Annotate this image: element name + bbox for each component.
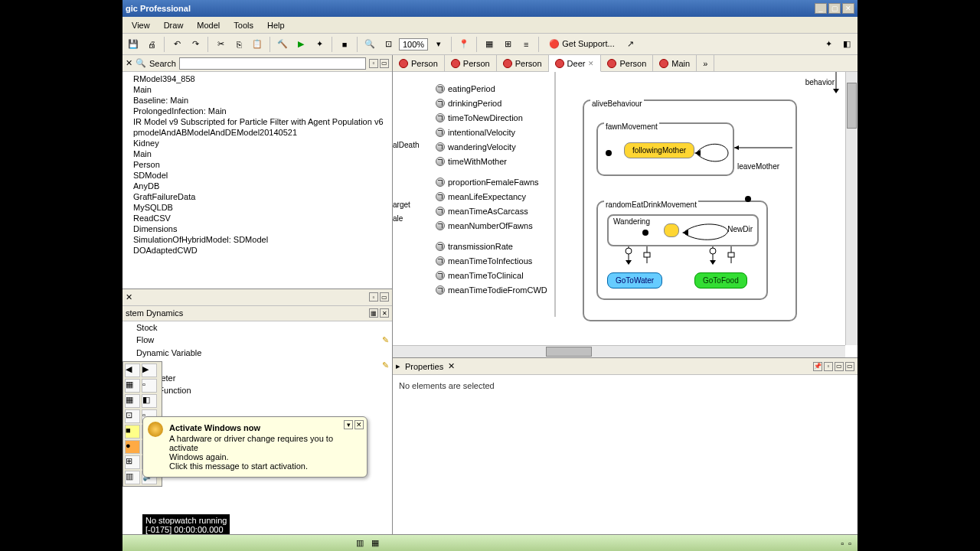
search-close-icon[interactable]: ✕ <box>126 58 132 68</box>
tree-item[interactable]: DOAdaptedCWD <box>124 245 390 256</box>
vtool-icon[interactable]: ▦ <box>125 379 140 393</box>
search-input[interactable] <box>179 57 366 70</box>
parameter[interactable]: meanTimeAsCarcass <box>436 207 528 216</box>
close-tab-icon[interactable]: ✕ <box>588 60 594 67</box>
system-tray[interactable]: ▫ ▫ <box>835 539 858 548</box>
undo-icon[interactable]: ↶ <box>169 37 185 52</box>
tree-item[interactable]: SDModel <box>124 170 390 181</box>
vtool-icon[interactable]: ⊞ <box>125 455 140 469</box>
export-icon[interactable]: ↗ <box>623 37 639 52</box>
editor-tab[interactable]: Person <box>601 55 653 71</box>
parameter[interactable]: timeWithMother <box>436 157 507 166</box>
redo-icon[interactable]: ↷ <box>188 37 203 52</box>
palette-item[interactable]: Link✎ <box>122 359 392 372</box>
pin-icon[interactable]: 📌 <box>813 362 822 371</box>
parameter[interactable]: meanNumberOfFawns <box>436 221 533 230</box>
menu-model[interactable]: Model <box>191 18 226 32</box>
palette-item[interactable]: Table Function <box>122 384 392 396</box>
parameter[interactable]: proportionFemaleFawns <box>436 178 539 187</box>
tree-item[interactable]: Main <box>124 148 390 159</box>
run-config-icon[interactable]: ✦ <box>312 37 327 52</box>
alive-statechart[interactable]: aliveBehaviour fawnMovement followingMot… <box>583 99 797 321</box>
copy-icon[interactable]: ⎘ <box>231 37 247 52</box>
maximize-button[interactable]: ▢ <box>828 3 841 14</box>
parameter[interactable]: wanderingVelocity <box>436 142 516 152</box>
menu-tools[interactable]: Tools <box>227 18 260 32</box>
tab-overflow[interactable]: » <box>697 55 714 71</box>
zoom-region-icon[interactable]: ⊡ <box>381 37 396 52</box>
close-button[interactable]: ✕ <box>842 3 854 14</box>
zoom-dropdown-icon[interactable]: ▾ <box>431 37 446 52</box>
perspective2-icon[interactable]: ◧ <box>839 37 854 52</box>
tree-item[interactable]: RModel394_858 <box>124 73 390 84</box>
close-pane-icon[interactable]: ✕ <box>126 292 132 302</box>
parameter[interactable]: meanTimeTodieFromCWD <box>436 285 547 295</box>
vtool-icon[interactable]: ◀ <box>125 364 140 377</box>
close-tab-icon[interactable]: ✕ <box>448 361 455 371</box>
tree-item[interactable]: GraftFailureData <box>124 191 390 202</box>
fawn-statechart[interactable]: fawnMovement followingMother <box>596 122 734 176</box>
taskbar[interactable]: ▥ ▦ ▫ ▫ <box>122 534 858 551</box>
balloon-close-icon[interactable]: ✕ <box>354 420 364 429</box>
tree-item[interactable]: AnyDB <box>124 181 390 191</box>
stop-icon[interactable]: ■ <box>337 37 352 52</box>
editor-tab[interactable]: Person <box>445 55 497 71</box>
tray-icon[interactable]: ▫ <box>848 539 851 548</box>
horizontal-scrollbar[interactable] <box>393 345 845 357</box>
menu-help[interactable]: Help <box>261 18 291 32</box>
state-gotowater[interactable]: GoToWater <box>607 272 662 289</box>
vtool-icon[interactable]: ▫ <box>142 379 157 393</box>
parameter[interactable]: drinkingPeriod <box>436 99 501 108</box>
vtool-icon[interactable]: ■ <box>125 425 140 439</box>
menu-view[interactable]: View <box>126 18 156 32</box>
pane-restore-icon[interactable]: ▭ <box>835 362 844 371</box>
save-icon[interactable]: 💾 <box>126 37 141 52</box>
zoom-select[interactable]: 100% <box>399 38 428 51</box>
palette-item[interactable]: Flow✎ <box>122 334 392 347</box>
activation-balloon[interactable]: ▾ ✕ Activate Windows now A hardware or d… <box>142 416 368 478</box>
editor-tab[interactable]: Person <box>497 55 549 71</box>
get-support-button[interactable]: 🔴 Get Support... <box>544 37 620 51</box>
palette-item[interactable]: Dynamic Variable <box>122 347 392 359</box>
cut-icon[interactable]: ✂ <box>213 37 228 52</box>
wandering-state[interactable]: Wandering NewDir <box>607 214 759 246</box>
editor-tab[interactable]: Main <box>653 55 697 71</box>
project-tree[interactable]: RModel394_858MainBaseline: MainProlonged… <box>122 72 392 289</box>
vtool-icon[interactable]: ▶ <box>142 364 157 377</box>
pane-max-icon[interactable]: ▭ <box>380 59 389 68</box>
tree-item[interactable]: MySQLDB <box>124 202 390 213</box>
parameter[interactable]: transmissionRate <box>436 242 513 251</box>
vtool-icon[interactable]: ● <box>125 440 140 454</box>
palette-item[interactable]: Parameter <box>122 372 392 384</box>
zoom-fit-icon[interactable]: 🔍 <box>362 37 377 52</box>
pane-min-icon[interactable]: ▫ <box>824 362 833 371</box>
state-anon[interactable] <box>664 223 679 237</box>
tree-item[interactable]: Main <box>124 84 390 95</box>
state-followingmother[interactable]: followingMother <box>624 142 694 158</box>
print-icon[interactable]: 🖨 <box>144 37 159 52</box>
vtool-icon[interactable]: ◧ <box>142 394 157 408</box>
grid-icon[interactable]: ▦ <box>482 37 497 52</box>
tray-icon[interactable]: ▫ <box>841 539 844 548</box>
diagram-canvas[interactable]: alDeath arget ale eatingPerioddrinkingPe… <box>393 72 858 358</box>
align-icon[interactable]: ≡ <box>518 37 534 52</box>
editor-tab[interactable]: Deer✕ <box>549 55 602 72</box>
tree-item[interactable]: Person <box>124 159 390 170</box>
balloon-arrow-icon[interactable]: ▾ <box>344 420 353 429</box>
tree-item[interactable]: Dimensions <box>124 223 390 234</box>
tree-item[interactable]: ProlongedInfection: Main <box>124 106 390 116</box>
taskbar-icon[interactable]: ▦ <box>368 536 383 551</box>
random-statechart[interactable]: randomEatDrinkMovement Wandering NewDir <box>596 201 768 300</box>
tree-item[interactable]: Kidney <box>124 138 390 148</box>
parameter[interactable]: meanLifeExpectancy <box>436 192 526 201</box>
paste-icon[interactable]: 📋 <box>250 37 265 52</box>
vtool-icon[interactable]: ▥ <box>125 471 140 484</box>
pane-max-icon[interactable]: ▭ <box>380 292 389 302</box>
pane-min-icon[interactable]: ▫ <box>369 292 378 302</box>
vtool-icon[interactable]: ▦ <box>125 394 140 408</box>
editor-tab[interactable]: Person <box>393 55 445 71</box>
palette-header[interactable]: stem Dynamics ▦ ✕ <box>122 306 392 321</box>
edit-icon[interactable]: ✎ <box>382 335 389 345</box>
minimize-button[interactable]: _ <box>815 3 827 14</box>
tree-item[interactable]: pmodelAndABModelAndDEModel20140521 <box>124 127 390 138</box>
